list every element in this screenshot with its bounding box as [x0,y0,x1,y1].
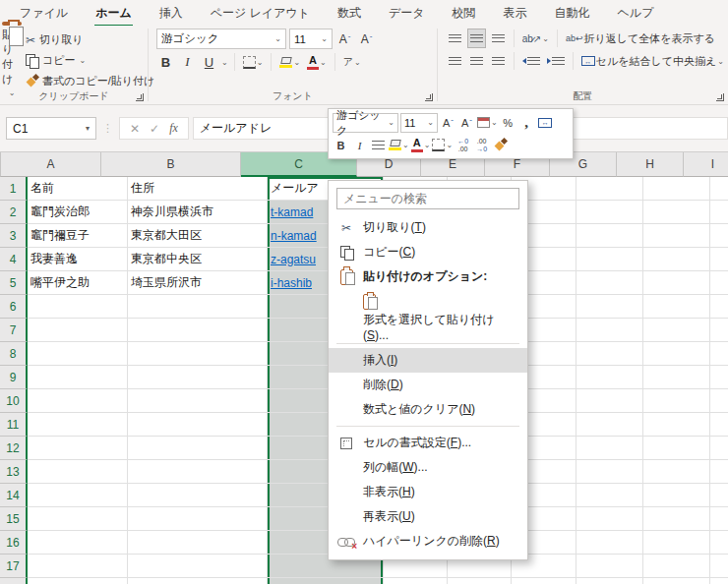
mini-fill-color-button[interactable]: ⌄ [389,136,409,155]
row-header-15[interactable]: 15 [0,507,28,531]
cell-H16[interactable] [643,531,710,555]
cell-A11[interactable] [28,413,128,437]
tab-自動化[interactable]: 自動化 [541,0,604,26]
row-header-12[interactable]: 12 [0,437,28,460]
phonetic-guide-button[interactable]: ア ⌄ [341,52,363,72]
menu-item-format-cells[interactable]: セルの書式設定(F)... [329,431,527,455]
cell-B2[interactable]: 神奈川県横浜市 [128,201,268,224]
cell-B14[interactable] [128,484,268,507]
paste-button[interactable]: 貼り付け ⌄ [2,29,22,89]
cell-I11[interactable] [710,413,728,437]
cell-B3[interactable]: 東京都大田区 [128,224,268,248]
row-header-7[interactable]: 7 [0,319,28,342]
font-dialog-launcher[interactable] [425,93,433,101]
cell-H8[interactable] [643,342,710,366]
cut-button[interactable]: ✂ 切り取り [22,31,158,49]
cell-H17[interactable] [643,555,710,578]
borders-button[interactable]: ⌄ [241,52,266,72]
merge-center-button[interactable]: ↔ セルを結合して中央揃え ⌄ [579,51,726,71]
column-header-A[interactable]: A [1,152,101,177]
decrease-font-size-button[interactable]: Aˇ [357,29,376,49]
cell-H6[interactable] [643,295,710,319]
cell-I6[interactable] [710,295,728,319]
cell-G10[interactable] [576,389,643,413]
mini-font-name-combo[interactable]: 游ゴシック ⌄ [333,113,398,133]
mini-decrease-font-button[interactable]: Aˇ [458,113,475,133]
select-all-corner[interactable] [0,152,1,177]
row-header-10[interactable]: 10 [0,389,28,413]
cell-G11[interactable] [576,413,643,437]
menu-item-paste-options[interactable]: 貼り付けのオプション: [329,264,527,289]
cell-B10[interactable] [128,389,268,413]
mini-format-painter-button[interactable] [492,136,509,155]
row-header-2[interactable]: 2 [0,201,28,224]
cell-A15[interactable] [28,507,128,531]
enter-button[interactable]: ✓ [150,122,159,136]
top-align-button[interactable] [446,29,464,48]
cell-C18[interactable] [268,578,384,584]
cell-A8[interactable] [28,342,128,366]
row-header-16[interactable]: 16 [0,531,28,555]
bold-button[interactable]: B [156,52,175,72]
cell-A18[interactable] [28,578,128,584]
insert-function-button[interactable]: fx [169,121,178,136]
menu-item-copy[interactable]: コピー(C) [329,240,527,264]
alignment-dialog-launcher[interactable] [716,93,724,101]
row-header-18[interactable]: 18 [0,578,28,584]
cell-I17[interactable] [710,555,728,578]
cell-I8[interactable] [710,342,728,366]
cell-A6[interactable] [28,295,128,319]
cell-A10[interactable] [28,389,128,413]
cell-G2[interactable] [576,201,643,224]
menu-item-cut[interactable]: ✂切り取り(T) [329,215,527,240]
cell-A3[interactable]: 竈門禰豆子 [28,224,128,248]
cell-H3[interactable] [643,224,710,248]
font-size-combo[interactable]: 11 ⌄ [289,29,333,49]
row-header-6[interactable]: 6 [0,295,28,319]
wrap-text-button[interactable]: ab↩ 折り返して全体を表示する [564,29,717,48]
cell-D18[interactable] [384,578,448,584]
mini-percent-button[interactable]: % [500,113,516,133]
row-header-5[interactable]: 5 [0,271,28,295]
cell-I15[interactable] [710,507,728,531]
align-center-button[interactable] [467,51,486,71]
tab-ページ レイアウト[interactable]: ページ レイアウト [197,0,324,26]
mini-merge-button[interactable]: ↔ [537,113,554,133]
cancel-button[interactable]: ✕ [130,122,140,136]
middle-align-button[interactable] [467,29,486,48]
font-name-combo[interactable]: 游ゴシック ⌄ [156,29,286,49]
menu-item-column-width[interactable]: 列の幅(W)... [329,455,527,480]
row-header-13[interactable]: 13 [0,460,28,484]
cell-I2[interactable] [710,201,728,224]
tab-データ[interactable]: データ [375,0,439,26]
cell-B13[interactable] [128,460,268,484]
cell-I1[interactable] [710,177,728,201]
cell-H14[interactable] [643,484,710,507]
tab-挿入[interactable]: 挿入 [146,0,197,26]
cell-H2[interactable] [643,201,710,224]
mini-font-size-combo[interactable]: 11 ⌄ [400,113,438,133]
cell-H15[interactable] [643,507,710,531]
cell-I13[interactable] [710,460,728,484]
mini-borders-button[interactable]: ⌄ [432,136,453,155]
cell-G15[interactable] [576,507,643,531]
cell-A4[interactable]: 我妻善逸 [28,248,128,271]
cell-B17[interactable] [128,555,268,578]
cell-I14[interactable] [710,484,728,507]
cell-A9[interactable] [28,366,128,389]
cell-G13[interactable] [576,460,643,484]
clipboard-dialog-launcher[interactable] [136,93,144,101]
menu-item-insert[interactable]: 挿入(I) [329,348,527,373]
cell-G8[interactable] [576,342,643,366]
cell-G18[interactable] [576,578,643,584]
align-right-button[interactable] [489,51,508,71]
cell-I4[interactable] [710,248,728,271]
cell-H9[interactable] [643,366,710,389]
cell-E18[interactable] [448,578,512,584]
orientation-button[interactable]: ab̷↗⌄ [520,29,551,48]
cell-I16[interactable] [710,531,728,555]
mini-decrease-decimal-button[interactable]: ←0.00 [455,136,471,155]
increase-font-size-button[interactable]: Aˆ [335,29,354,49]
tab-表示[interactable]: 表示 [490,0,541,26]
row-header-8[interactable]: 8 [0,342,28,366]
